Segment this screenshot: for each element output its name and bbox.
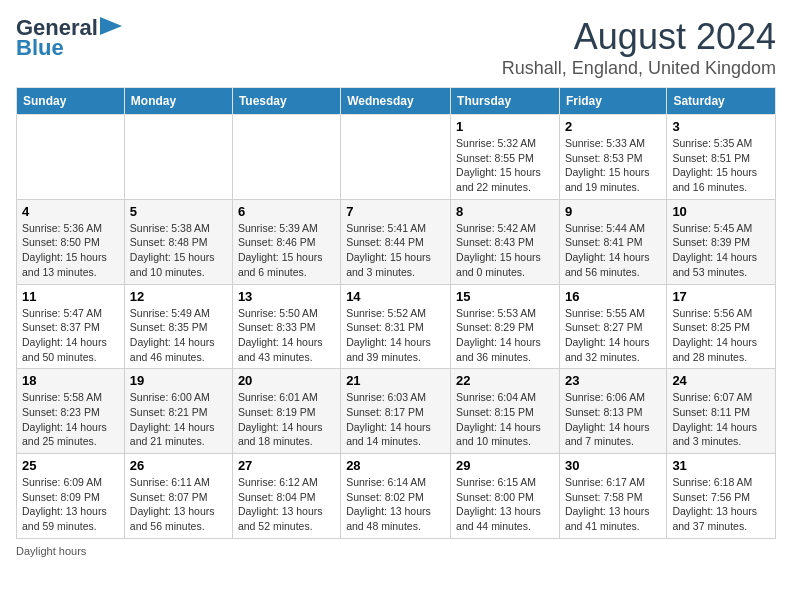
calendar-cell: 29Sunrise: 6:15 AM Sunset: 8:00 PM Dayli… — [451, 454, 560, 539]
day-number: 7 — [346, 204, 445, 219]
header-cell-thursday: Thursday — [451, 88, 560, 115]
calendar-cell — [124, 115, 232, 200]
calendar-cell: 19Sunrise: 6:00 AM Sunset: 8:21 PM Dayli… — [124, 369, 232, 454]
calendar-cell: 28Sunrise: 6:14 AM Sunset: 8:02 PM Dayli… — [341, 454, 451, 539]
calendar-week-5: 25Sunrise: 6:09 AM Sunset: 8:09 PM Dayli… — [17, 454, 776, 539]
day-info: Sunrise: 6:14 AM Sunset: 8:02 PM Dayligh… — [346, 475, 445, 534]
day-info: Sunrise: 5:42 AM Sunset: 8:43 PM Dayligh… — [456, 221, 554, 280]
day-info: Sunrise: 5:53 AM Sunset: 8:29 PM Dayligh… — [456, 306, 554, 365]
day-number: 8 — [456, 204, 554, 219]
day-number: 27 — [238, 458, 335, 473]
header-cell-friday: Friday — [559, 88, 666, 115]
day-number: 29 — [456, 458, 554, 473]
day-info: Sunrise: 6:15 AM Sunset: 8:00 PM Dayligh… — [456, 475, 554, 534]
calendar-body: 1Sunrise: 5:32 AM Sunset: 8:55 PM Daylig… — [17, 115, 776, 539]
page-header: General Blue August 2024 Rushall, Englan… — [16, 16, 776, 79]
header-cell-wednesday: Wednesday — [341, 88, 451, 115]
day-number: 20 — [238, 373, 335, 388]
day-info: Sunrise: 6:18 AM Sunset: 7:56 PM Dayligh… — [672, 475, 770, 534]
day-number: 25 — [22, 458, 119, 473]
calendar-cell: 12Sunrise: 5:49 AM Sunset: 8:35 PM Dayli… — [124, 284, 232, 369]
day-number: 2 — [565, 119, 661, 134]
calendar-title: August 2024 — [502, 16, 776, 58]
day-info: Sunrise: 5:45 AM Sunset: 8:39 PM Dayligh… — [672, 221, 770, 280]
day-info: Sunrise: 5:56 AM Sunset: 8:25 PM Dayligh… — [672, 306, 770, 365]
calendar-header-row: SundayMondayTuesdayWednesdayThursdayFrid… — [17, 88, 776, 115]
header-cell-saturday: Saturday — [667, 88, 776, 115]
day-number: 3 — [672, 119, 770, 134]
calendar-cell: 6Sunrise: 5:39 AM Sunset: 8:46 PM Daylig… — [232, 199, 340, 284]
day-number: 16 — [565, 289, 661, 304]
header-cell-tuesday: Tuesday — [232, 88, 340, 115]
day-info: Sunrise: 5:41 AM Sunset: 8:44 PM Dayligh… — [346, 221, 445, 280]
day-info: Sunrise: 5:50 AM Sunset: 8:33 PM Dayligh… — [238, 306, 335, 365]
calendar-cell: 24Sunrise: 6:07 AM Sunset: 8:11 PM Dayli… — [667, 369, 776, 454]
calendar-cell: 27Sunrise: 6:12 AM Sunset: 8:04 PM Dayli… — [232, 454, 340, 539]
day-number: 14 — [346, 289, 445, 304]
footer-label: Daylight hours — [16, 545, 776, 557]
day-number: 31 — [672, 458, 770, 473]
calendar-cell — [341, 115, 451, 200]
calendar-cell: 23Sunrise: 6:06 AM Sunset: 8:13 PM Dayli… — [559, 369, 666, 454]
calendar-week-1: 1Sunrise: 5:32 AM Sunset: 8:55 PM Daylig… — [17, 115, 776, 200]
calendar-cell: 5Sunrise: 5:38 AM Sunset: 8:48 PM Daylig… — [124, 199, 232, 284]
day-info: Sunrise: 5:36 AM Sunset: 8:50 PM Dayligh… — [22, 221, 119, 280]
calendar-cell: 20Sunrise: 6:01 AM Sunset: 8:19 PM Dayli… — [232, 369, 340, 454]
day-info: Sunrise: 6:04 AM Sunset: 8:15 PM Dayligh… — [456, 390, 554, 449]
calendar-cell: 10Sunrise: 5:45 AM Sunset: 8:39 PM Dayli… — [667, 199, 776, 284]
day-info: Sunrise: 5:49 AM Sunset: 8:35 PM Dayligh… — [130, 306, 227, 365]
day-number: 30 — [565, 458, 661, 473]
day-number: 24 — [672, 373, 770, 388]
logo: General Blue — [16, 16, 122, 60]
day-info: Sunrise: 6:09 AM Sunset: 8:09 PM Dayligh… — [22, 475, 119, 534]
day-info: Sunrise: 6:11 AM Sunset: 8:07 PM Dayligh… — [130, 475, 227, 534]
header-cell-monday: Monday — [124, 88, 232, 115]
day-info: Sunrise: 5:47 AM Sunset: 8:37 PM Dayligh… — [22, 306, 119, 365]
calendar-cell: 8Sunrise: 5:42 AM Sunset: 8:43 PM Daylig… — [451, 199, 560, 284]
calendar-cell: 18Sunrise: 5:58 AM Sunset: 8:23 PM Dayli… — [17, 369, 125, 454]
calendar-week-3: 11Sunrise: 5:47 AM Sunset: 8:37 PM Dayli… — [17, 284, 776, 369]
day-number: 28 — [346, 458, 445, 473]
title-block: August 2024 Rushall, England, United Kin… — [502, 16, 776, 79]
day-number: 18 — [22, 373, 119, 388]
day-info: Sunrise: 5:38 AM Sunset: 8:48 PM Dayligh… — [130, 221, 227, 280]
day-number: 22 — [456, 373, 554, 388]
calendar-cell: 16Sunrise: 5:55 AM Sunset: 8:27 PM Dayli… — [559, 284, 666, 369]
calendar-cell: 17Sunrise: 5:56 AM Sunset: 8:25 PM Dayli… — [667, 284, 776, 369]
calendar-week-4: 18Sunrise: 5:58 AM Sunset: 8:23 PM Dayli… — [17, 369, 776, 454]
day-number: 11 — [22, 289, 119, 304]
day-info: Sunrise: 6:07 AM Sunset: 8:11 PM Dayligh… — [672, 390, 770, 449]
calendar-subtitle: Rushall, England, United Kingdom — [502, 58, 776, 79]
day-info: Sunrise: 5:55 AM Sunset: 8:27 PM Dayligh… — [565, 306, 661, 365]
day-info: Sunrise: 5:33 AM Sunset: 8:53 PM Dayligh… — [565, 136, 661, 195]
day-number: 26 — [130, 458, 227, 473]
logo-blue: Blue — [16, 36, 64, 60]
header-cell-sunday: Sunday — [17, 88, 125, 115]
day-number: 12 — [130, 289, 227, 304]
calendar-cell: 26Sunrise: 6:11 AM Sunset: 8:07 PM Dayli… — [124, 454, 232, 539]
day-info: Sunrise: 5:39 AM Sunset: 8:46 PM Dayligh… — [238, 221, 335, 280]
calendar-cell: 11Sunrise: 5:47 AM Sunset: 8:37 PM Dayli… — [17, 284, 125, 369]
calendar-cell: 7Sunrise: 5:41 AM Sunset: 8:44 PM Daylig… — [341, 199, 451, 284]
day-info: Sunrise: 5:35 AM Sunset: 8:51 PM Dayligh… — [672, 136, 770, 195]
day-info: Sunrise: 5:58 AM Sunset: 8:23 PM Dayligh… — [22, 390, 119, 449]
day-info: Sunrise: 6:03 AM Sunset: 8:17 PM Dayligh… — [346, 390, 445, 449]
calendar-cell: 1Sunrise: 5:32 AM Sunset: 8:55 PM Daylig… — [451, 115, 560, 200]
calendar-table: SundayMondayTuesdayWednesdayThursdayFrid… — [16, 87, 776, 539]
calendar-cell: 9Sunrise: 5:44 AM Sunset: 8:41 PM Daylig… — [559, 199, 666, 284]
day-info: Sunrise: 6:01 AM Sunset: 8:19 PM Dayligh… — [238, 390, 335, 449]
day-number: 5 — [130, 204, 227, 219]
day-number: 9 — [565, 204, 661, 219]
day-number: 10 — [672, 204, 770, 219]
day-number: 23 — [565, 373, 661, 388]
day-info: Sunrise: 6:06 AM Sunset: 8:13 PM Dayligh… — [565, 390, 661, 449]
calendar-week-2: 4Sunrise: 5:36 AM Sunset: 8:50 PM Daylig… — [17, 199, 776, 284]
calendar-cell: 31Sunrise: 6:18 AM Sunset: 7:56 PM Dayli… — [667, 454, 776, 539]
calendar-cell: 14Sunrise: 5:52 AM Sunset: 8:31 PM Dayli… — [341, 284, 451, 369]
calendar-cell: 3Sunrise: 5:35 AM Sunset: 8:51 PM Daylig… — [667, 115, 776, 200]
svg-marker-0 — [100, 17, 122, 35]
day-number: 21 — [346, 373, 445, 388]
day-info: Sunrise: 5:52 AM Sunset: 8:31 PM Dayligh… — [346, 306, 445, 365]
day-info: Sunrise: 5:44 AM Sunset: 8:41 PM Dayligh… — [565, 221, 661, 280]
day-number: 1 — [456, 119, 554, 134]
